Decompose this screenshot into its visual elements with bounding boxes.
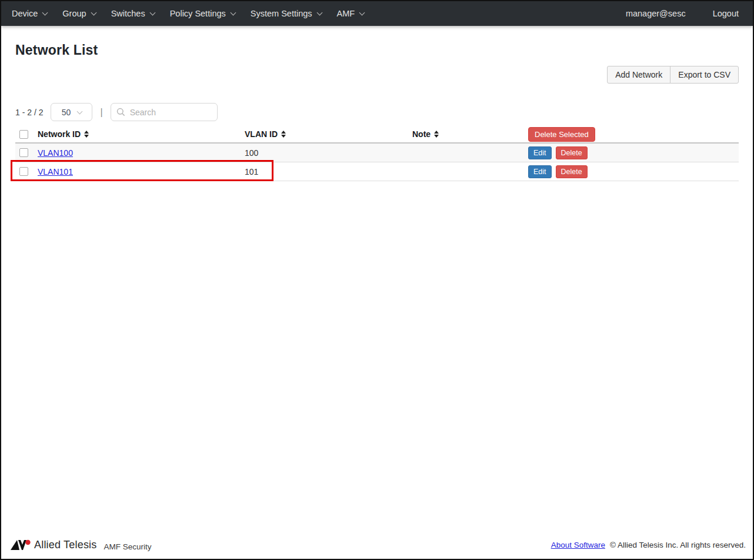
row-checkbox-cell <box>15 167 38 176</box>
search-icon <box>116 108 125 116</box>
nav-menu-group[interactable]: Group <box>55 1 103 26</box>
search-box <box>111 103 218 121</box>
controls-divider: | <box>100 107 102 118</box>
top-action-buttons: Add Network Export to CSV <box>15 66 739 84</box>
row-checkbox[interactable] <box>19 148 28 157</box>
header-checkbox-cell <box>15 130 38 139</box>
nav-menu-switches-label: Switches <box>111 9 145 18</box>
row-actions: Edit Delete <box>528 146 739 159</box>
nav-menu-amf-label: AMF <box>337 9 355 18</box>
page-title: Network List <box>15 42 739 58</box>
column-header-vlan-id[interactable]: VLAN ID <box>245 129 412 139</box>
page-size-select[interactable]: 50 <box>51 103 92 121</box>
chevron-down-icon <box>316 9 322 15</box>
nav-menu-policy-settings[interactable]: Policy Settings <box>162 1 243 26</box>
table-header-row: Network ID VLAN ID Note Delete Selected <box>15 126 739 144</box>
nav-menu-device-label: Device <box>12 9 38 18</box>
footer: Allied Telesis AMF Security About Softwa… <box>1 534 753 559</box>
network-link[interactable]: VLAN101 <box>38 167 73 176</box>
logged-in-user: manager@sesc <box>626 9 686 18</box>
delete-button[interactable]: Delete <box>556 146 588 159</box>
chevron-down-icon <box>91 9 96 15</box>
nav-menu-policy-settings-label: Policy Settings <box>170 9 226 18</box>
nav-menu-system-settings[interactable]: System Settings <box>243 1 329 26</box>
column-header-vlan-id-label: VLAN ID <box>245 129 278 139</box>
nav-menu-switches[interactable]: Switches <box>104 1 162 26</box>
sort-icon[interactable] <box>281 131 286 138</box>
brand-name: Allied Telesis <box>34 539 97 551</box>
column-header-note[interactable]: Note <box>412 129 528 139</box>
copyright-text: © Allied Telesis Inc. All rights reserve… <box>610 541 746 549</box>
about-software-link[interactable]: About Software <box>551 541 605 549</box>
add-network-button[interactable]: Add Network <box>607 66 670 84</box>
main-content: Network List Add Network Export to CSV 1… <box>1 26 753 181</box>
chevron-down-icon <box>359 9 365 15</box>
network-link[interactable]: VLAN100 <box>38 148 73 158</box>
network-list-page: { "navbar": { "menus": [ { "label": "Dev… <box>0 0 754 560</box>
chevron-down-icon <box>149 9 155 15</box>
table-row: VLAN100 100 Edit Delete <box>15 144 739 162</box>
chevron-down-icon <box>42 9 48 15</box>
sort-icon[interactable] <box>434 131 439 138</box>
delete-button[interactable]: Delete <box>556 165 588 178</box>
navbar-right: manager@sesc Logout <box>626 9 743 18</box>
edit-button[interactable]: Edit <box>528 146 552 159</box>
nav-menu-group-label: Group <box>62 9 86 18</box>
page-size-value: 50 <box>62 108 71 117</box>
logout-button[interactable]: Logout <box>713 9 743 18</box>
pagination-range: 1 - 2 / 2 <box>15 108 43 117</box>
header-actions-cell: Delete Selected <box>528 127 739 142</box>
network-table: Network ID VLAN ID Note Delete Selected <box>15 126 739 181</box>
chevron-down-icon <box>77 108 83 114</box>
allied-telesis-logo-icon <box>11 539 31 551</box>
footer-right: About Software © Allied Telesis Inc. All… <box>551 541 746 549</box>
top-navbar: Device Group Switches Policy Settings Sy… <box>1 1 753 26</box>
list-controls: 1 - 2 / 2 50 | <box>15 103 739 121</box>
footer-brand: Allied Telesis AMF Security <box>11 539 152 551</box>
row-checkbox-cell <box>15 148 38 157</box>
chevron-down-icon <box>230 9 236 15</box>
nav-menu-device[interactable]: Device <box>11 1 55 26</box>
row-checkbox[interactable] <box>19 167 28 176</box>
column-header-note-label: Note <box>412 129 431 139</box>
delete-selected-button[interactable]: Delete Selected <box>528 127 595 142</box>
export-csv-button[interactable]: Export to CSV <box>670 66 739 84</box>
search-input[interactable] <box>111 103 218 121</box>
row-actions: Edit Delete <box>528 165 739 178</box>
sort-icon[interactable] <box>84 131 89 138</box>
vlan-id-cell: 101 <box>245 167 412 176</box>
nav-menu-system-settings-label: System Settings <box>251 9 312 18</box>
vlan-id-cell: 100 <box>245 148 412 158</box>
column-header-network-id-label: Network ID <box>38 129 81 139</box>
edit-button[interactable]: Edit <box>528 165 552 178</box>
nav-menu-amf[interactable]: AMF <box>329 1 372 26</box>
column-header-network-id[interactable]: Network ID <box>38 129 245 139</box>
select-all-checkbox[interactable] <box>19 130 28 139</box>
table-row: VLAN101 101 Edit Delete <box>15 162 739 181</box>
product-name: AMF Security <box>104 542 152 551</box>
